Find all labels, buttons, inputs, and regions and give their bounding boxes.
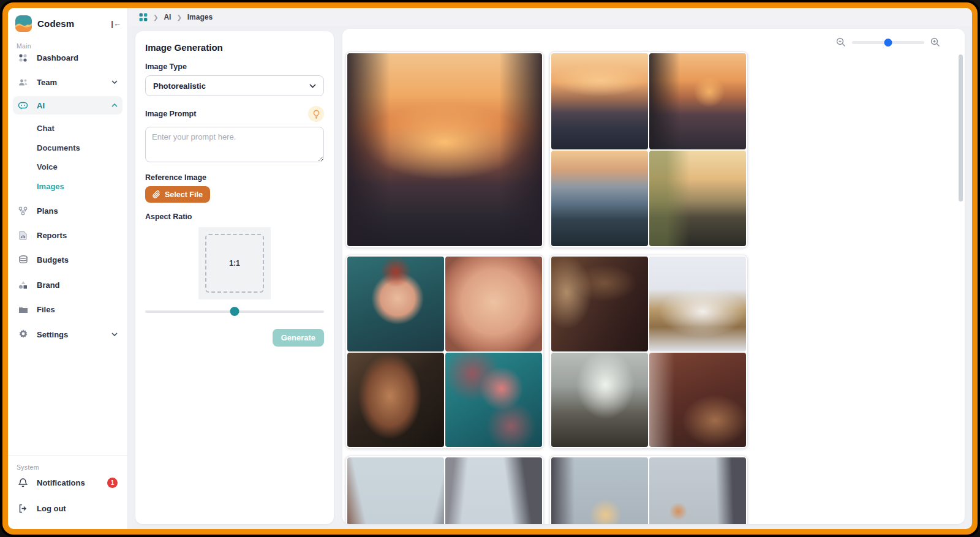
app: Codesm |← Main Dashboard Team AI Chat Do… (8, 8, 972, 529)
collapse-sidebar-icon[interactable]: |← (111, 19, 121, 28)
slider-thumb[interactable] (230, 307, 239, 316)
zoom-in-icon[interactable] (930, 37, 940, 47)
image-group (549, 456, 748, 524)
aspect-ratio-preview: 1:1 (198, 227, 271, 299)
logout-icon (18, 503, 28, 514)
image-prompt-label: Image Prompt (145, 110, 196, 118)
gallery-zoom-slider[interactable] (852, 41, 924, 44)
generated-image-street-day-brick[interactable] (347, 457, 444, 524)
generated-image-bedroom-window-light[interactable] (551, 353, 648, 448)
gallery-zoom-control (836, 37, 940, 47)
image-group (549, 255, 748, 449)
image-type-label: Image Type (145, 62, 324, 71)
generated-image-portrait-warm-shadow[interactable] (347, 353, 444, 448)
generated-images-panel (342, 29, 965, 524)
sidebar-item-settings[interactable]: Settings (13, 325, 123, 344)
gallery-zoom-thumb[interactable] (884, 39, 892, 47)
image-group (549, 51, 748, 248)
sidebar-subitem-documents[interactable]: Documents (13, 139, 123, 156)
brand-shapes-icon (18, 280, 28, 290)
sidebar-subitem-images[interactable]: Images (13, 178, 123, 195)
image-type-select[interactable]: Photorealistic (145, 75, 324, 96)
gallery-scrollbar-thumb[interactable] (959, 54, 963, 201)
generated-image-bedroom-red-curtains[interactable] (649, 353, 746, 448)
settings-gear-icon (18, 329, 28, 340)
generated-image-dusk-river-city[interactable] (551, 151, 648, 247)
chevron-down-icon (309, 84, 316, 88)
content-area: ❯ AI ❯ Images Image Generation Image Typ… (128, 8, 972, 529)
sidebar-item-budgets[interactable]: Budgets (13, 250, 123, 269)
generated-image-street-autumn-taxi[interactable] (649, 457, 746, 524)
chevron-down-icon (111, 80, 118, 84)
sidebar-item-reports[interactable]: Reports (13, 226, 123, 244)
reference-image-label: Reference Image (145, 173, 324, 182)
aspect-ratio-value: 1:1 (229, 259, 239, 268)
sidebar-item-notifications[interactable]: Notifications 1 (13, 473, 123, 492)
aspect-ratio-slider[interactable] (145, 307, 324, 316)
chevron-down-icon (111, 332, 118, 336)
generated-image-portrait-freckles-closeup[interactable] (445, 257, 542, 351)
generated-image-bridge-river-sunset[interactable] (551, 53, 648, 149)
gallery-grid (345, 51, 748, 524)
files-folder-icon (18, 304, 28, 315)
breadcrumb-link-ai[interactable]: AI (164, 13, 171, 21)
sidebar-subitem-chat[interactable]: Chat (13, 119, 123, 137)
breadcrumb-home-grid-icon[interactable] (139, 13, 148, 21)
breadcrumb-separator: ❯ (153, 14, 158, 21)
budgets-coins-icon (18, 255, 28, 265)
sidebar-item-files[interactable]: Files (13, 300, 123, 318)
breadcrumb-separator: ❯ (176, 14, 181, 21)
paperclip-icon (153, 190, 160, 198)
sidebar: Codesm |← Main Dashboard Team AI Chat Do… (8, 8, 128, 529)
dashboard-grid-icon (18, 53, 28, 63)
panel-title: Image Generation (145, 42, 324, 53)
team-users-icon (18, 77, 28, 88)
select-file-button[interactable]: Select File (145, 186, 210, 203)
breadcrumb: ❯ AI ❯ Images (128, 8, 972, 26)
generated-image-golden-skyline-reflection[interactable] (649, 151, 746, 247)
generated-image-sunset-avenue-cars[interactable] (649, 53, 746, 149)
aspect-ratio-label: Aspect Ratio (145, 212, 324, 221)
image-group (345, 456, 544, 524)
prompt-hint-button[interactable] (308, 106, 324, 122)
bell-icon (18, 478, 28, 488)
generated-image-portrait-neon-teal-red[interactable] (445, 353, 542, 448)
sidebar-item-ai[interactable]: AI (13, 96, 123, 115)
brand-name: Codesm (37, 18, 74, 29)
codesm-logo-icon (15, 15, 32, 32)
generated-image-street-autumn-people[interactable] (551, 457, 648, 524)
aspect-ratio-box[interactable]: 1:1 (205, 234, 264, 293)
generated-image-city-sunset-boulevard[interactable] (347, 53, 542, 246)
generate-button[interactable]: Generate (273, 329, 324, 347)
generated-image-bedroom-vintage-dark[interactable] (551, 257, 648, 351)
image-generation-panel: Image Generation Image Type Photorealist… (135, 31, 334, 524)
chevron-up-icon (111, 103, 118, 107)
ai-chatbot-icon (18, 100, 28, 111)
sidebar-divider (8, 455, 127, 456)
notification-badge: 1 (107, 478, 118, 488)
breadcrumb-current-page: Images (187, 13, 213, 21)
zoom-out-icon[interactable] (836, 37, 846, 47)
generated-image-portrait-redhead-teal[interactable] (347, 257, 444, 351)
section-label-system: System (17, 464, 39, 471)
sidebar-item-team[interactable]: Team (13, 73, 123, 91)
plans-sitemap-icon (18, 206, 28, 216)
sidebar-item-brand[interactable]: Brand (13, 276, 123, 294)
generated-image-street-day-gray[interactable] (445, 457, 542, 524)
sidebar-subitem-voice[interactable]: Voice (13, 158, 123, 175)
image-group (345, 51, 544, 248)
app-window-frame: Codesm |← Main Dashboard Team AI Chat Do… (2, 2, 978, 535)
sidebar-item-plans[interactable]: Plans (13, 201, 123, 220)
sidebar-item-logout[interactable]: Log out (13, 499, 123, 517)
sidebar-item-dashboard[interactable]: Dashboard (13, 48, 123, 67)
generated-image-bedroom-carved-white-bed[interactable] (649, 257, 746, 351)
prompt-textarea[interactable] (145, 127, 324, 162)
reports-document-icon (18, 230, 28, 241)
lightbulb-icon (312, 110, 320, 119)
image-group (345, 255, 544, 449)
